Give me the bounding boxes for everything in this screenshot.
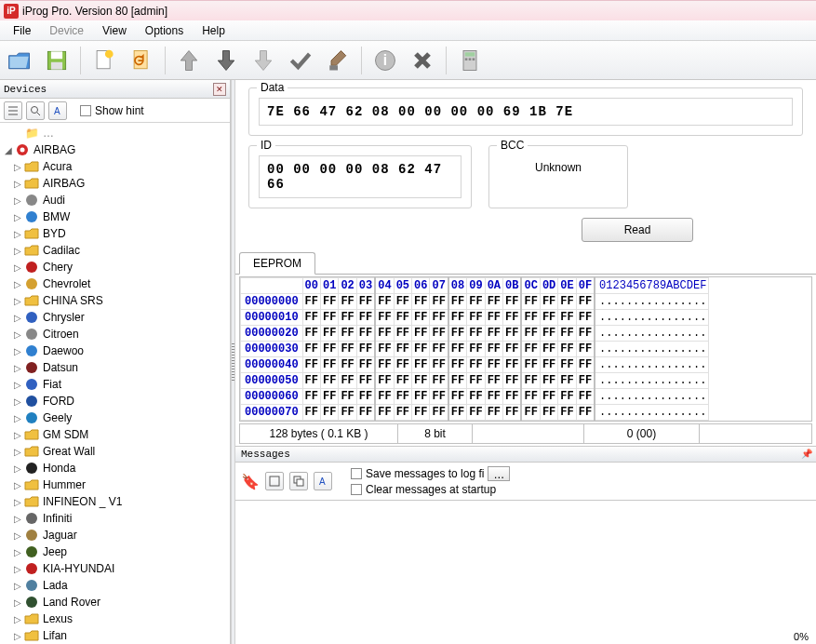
svg-point-28: [26, 412, 37, 423]
save-file-button[interactable]: [41, 45, 73, 76]
menu-help[interactable]: Help: [193, 21, 234, 40]
tree-item-airbag[interactable]: ▷AIRBAG: [0, 175, 230, 192]
flag-icon: 🔖: [241, 473, 260, 490]
svg-point-22: [26, 312, 37, 323]
refresh-doc-button[interactable]: [126, 45, 157, 76]
svg-rect-38: [297, 479, 303, 486]
svg-point-14: [32, 106, 38, 113]
status-last: [700, 424, 811, 443]
tree-item-china-srs[interactable]: ▷CHINA SRS: [0, 292, 230, 309]
svg-point-27: [26, 396, 37, 407]
tree-root-airbag[interactable]: ◢AIRBAG: [0, 141, 230, 158]
clear-startup-checkbox[interactable]: [351, 484, 362, 495]
tree-item-lifan[interactable]: ▷Lifan: [0, 627, 230, 644]
tree-item-geely[interactable]: ▷Geely: [0, 409, 230, 426]
svg-point-30: [26, 513, 37, 524]
menu-options[interactable]: Options: [136, 21, 193, 40]
msg-btn-2[interactable]: [289, 472, 308, 490]
tree-item-chevrolet[interactable]: ▷Chevrolet: [0, 275, 230, 292]
new-doc-button[interactable]: [88, 45, 120, 76]
tree-item-jaguar[interactable]: ▷Jaguar: [0, 527, 230, 543]
svg-point-34: [26, 580, 37, 591]
svg-text:A: A: [54, 106, 60, 116]
svg-rect-36: [270, 476, 279, 486]
tree-item-great-wall[interactable]: ▷Great Wall: [0, 443, 230, 460]
tree-item-gm-sdm[interactable]: ▷GM SDM: [0, 426, 230, 443]
brush-button[interactable]: [322, 45, 354, 76]
tree-item-byd[interactable]: ▷BYD: [0, 225, 230, 242]
main-toolbar: i: [0, 41, 816, 80]
pin-icon[interactable]: 📌: [801, 449, 812, 460]
tree-item-ford[interactable]: ▷FORD: [0, 393, 230, 409]
upload-button[interactable]: [173, 45, 205, 76]
menu-file[interactable]: File: [4, 21, 40, 40]
tree-item-citroen[interactable]: ▷Citroen: [0, 326, 230, 342]
read-button[interactable]: Read: [582, 218, 693, 242]
tree-item-cadilac[interactable]: ▷Cadilac: [0, 242, 230, 259]
progress-pct: 0%: [794, 631, 809, 642]
tree-item-infiniti[interactable]: ▷Infiniti: [0, 510, 230, 527]
tree-item-lexus[interactable]: ▷Lexus: [0, 610, 230, 627]
svg-point-24: [26, 345, 37, 356]
save-log-checkbox[interactable]: [351, 468, 362, 479]
hex-editor[interactable]: 000102030405060708090A0B0C0D0E0F01234567…: [239, 276, 812, 422]
tree-item-daewoo[interactable]: ▷Daewoo: [0, 342, 230, 359]
status-bits: 8 bit: [398, 424, 473, 443]
open-file-button[interactable]: [4, 45, 35, 76]
tree-item-datsun[interactable]: ▷Datsun: [0, 359, 230, 376]
svg-point-32: [26, 546, 37, 557]
check-button[interactable]: [285, 45, 316, 76]
browse-log-button[interactable]: ...: [488, 466, 510, 481]
tab-eeprom[interactable]: EEPROM: [239, 252, 315, 275]
tree-item-kia-hyundai[interactable]: ▷KIA-HYUNDAI: [0, 560, 230, 577]
bcc-value: Unknown: [499, 155, 618, 180]
tree-item-audi[interactable]: ▷Audi: [0, 192, 230, 208]
tree-item-hummer[interactable]: ▷Hummer: [0, 476, 230, 493]
devices-panel-header: Devices ✕: [0, 80, 230, 99]
list-view-button[interactable]: [4, 101, 22, 120]
tree-item-lada[interactable]: ▷Lada: [0, 577, 230, 594]
show-hint-checkbox[interactable]: [80, 105, 91, 116]
tree-item-chery[interactable]: ▷Chery: [0, 259, 230, 275]
cancel-button[interactable]: [407, 45, 438, 76]
download-button[interactable]: [210, 45, 242, 76]
close-panel-button[interactable]: ✕: [213, 83, 226, 96]
status-bar: 128 bytes ( 0.1 KB ) 8 bit 0 (00): [239, 423, 812, 444]
clear-startup-label: Clear messages at startup: [366, 483, 496, 496]
id-value[interactable]: 00 00 00 00 08 62 47 66: [259, 155, 462, 198]
bulk-down-button[interactable]: [247, 45, 279, 76]
tree-item-honda[interactable]: ▷Honda: [0, 460, 230, 476]
window-title: iProg Pro. Version 80 [admin]: [22, 5, 167, 18]
menu-view[interactable]: View: [93, 21, 136, 40]
msg-btn-3[interactable]: A: [314, 472, 332, 490]
tree-item-land-rover[interactable]: ▷Land Rover: [0, 594, 230, 610]
svg-rect-13: [473, 58, 475, 60]
calculator-button[interactable]: [454, 45, 486, 76]
devices-tree[interactable]: 📁…◢AIRBAG▷Acura▷AIRBAG▷Audi▷BMW▷BYD▷Cadi…: [0, 123, 230, 644]
svg-text:A: A: [319, 476, 326, 487]
tree-item-fiat[interactable]: ▷Fiat: [0, 376, 230, 393]
tab-bar: EEPROM: [235, 251, 816, 275]
search-button[interactable]: [26, 101, 45, 120]
devices-toolbar: A Show hint: [0, 99, 230, 123]
tree-item-infineon-v1[interactable]: ▷INFINEON _ V1: [0, 493, 230, 510]
info-button[interactable]: i: [369, 45, 401, 76]
menu-device[interactable]: Device: [40, 21, 93, 40]
svg-rect-2: [51, 61, 62, 69]
svg-rect-10: [465, 52, 475, 56]
tree-item-jeep[interactable]: ▷Jeep: [0, 543, 230, 560]
messages-header: Messages 📌: [235, 446, 816, 463]
font-button[interactable]: A: [48, 101, 67, 120]
svg-rect-6: [329, 65, 338, 70]
tree-item-bmw[interactable]: ▷BMW: [0, 208, 230, 225]
svg-point-18: [26, 195, 37, 206]
title-bar: iP iProg Pro. Version 80 [admin]: [0, 0, 816, 20]
svg-point-17: [20, 148, 25, 153]
svg-point-26: [26, 379, 37, 390]
tree-item-chrysler[interactable]: ▷Chrysler: [0, 309, 230, 326]
data-value[interactable]: 7E 66 47 62 08 00 00 00 00 69 1B 7E: [259, 98, 793, 126]
svg-point-25: [26, 362, 37, 373]
bcc-fieldset: BCC Unknown: [488, 145, 628, 208]
msg-btn-1[interactable]: [265, 472, 284, 490]
tree-item-acura[interactable]: ▷Acura: [0, 158, 230, 175]
